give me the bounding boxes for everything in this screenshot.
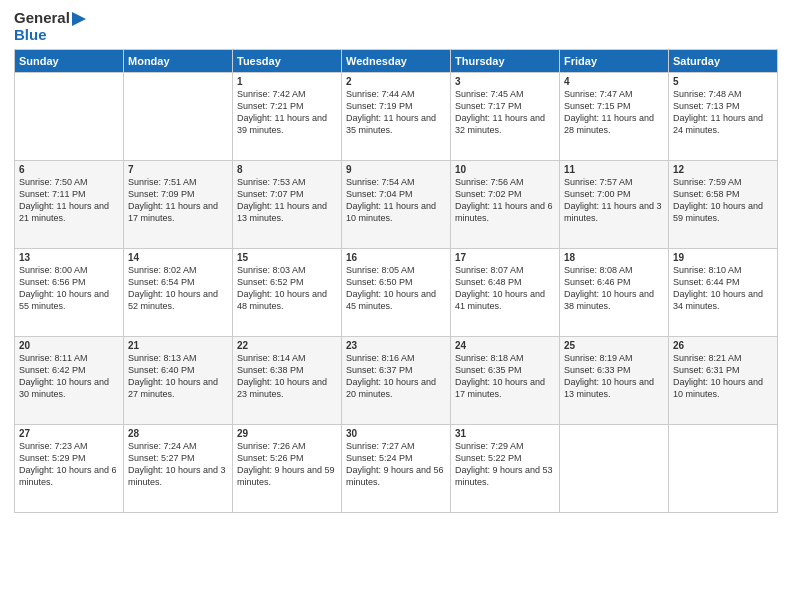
day-content: Sunrise: 7:44 AM Sunset: 7:19 PM Dayligh… [346, 88, 446, 137]
calendar-cell: 17Sunrise: 8:07 AM Sunset: 6:48 PM Dayli… [451, 249, 560, 337]
day-number: 21 [128, 340, 228, 351]
calendar-cell [15, 73, 124, 161]
day-number: 6 [19, 164, 119, 175]
day-number: 17 [455, 252, 555, 263]
calendar-cell: 13Sunrise: 8:00 AM Sunset: 6:56 PM Dayli… [15, 249, 124, 337]
day-content: Sunrise: 8:11 AM Sunset: 6:42 PM Dayligh… [19, 352, 119, 401]
day-content: Sunrise: 7:57 AM Sunset: 7:00 PM Dayligh… [564, 176, 664, 225]
calendar-week-2: 6Sunrise: 7:50 AM Sunset: 7:11 PM Daylig… [15, 161, 778, 249]
day-content: Sunrise: 7:26 AM Sunset: 5:26 PM Dayligh… [237, 440, 337, 489]
day-content: Sunrise: 8:10 AM Sunset: 6:44 PM Dayligh… [673, 264, 773, 313]
day-number: 5 [673, 76, 773, 87]
calendar-cell: 6Sunrise: 7:50 AM Sunset: 7:11 PM Daylig… [15, 161, 124, 249]
day-number: 12 [673, 164, 773, 175]
calendar-week-4: 20Sunrise: 8:11 AM Sunset: 6:42 PM Dayli… [15, 337, 778, 425]
calendar-cell: 7Sunrise: 7:51 AM Sunset: 7:09 PM Daylig… [124, 161, 233, 249]
day-number: 9 [346, 164, 446, 175]
day-content: Sunrise: 7:27 AM Sunset: 5:24 PM Dayligh… [346, 440, 446, 489]
svg-marker-0 [72, 12, 86, 26]
calendar-cell: 14Sunrise: 8:02 AM Sunset: 6:54 PM Dayli… [124, 249, 233, 337]
day-content: Sunrise: 8:13 AM Sunset: 6:40 PM Dayligh… [128, 352, 228, 401]
day-number: 31 [455, 428, 555, 439]
day-number: 1 [237, 76, 337, 87]
day-content: Sunrise: 8:07 AM Sunset: 6:48 PM Dayligh… [455, 264, 555, 313]
day-header-monday: Monday [124, 50, 233, 73]
day-number: 26 [673, 340, 773, 351]
day-content: Sunrise: 8:16 AM Sunset: 6:37 PM Dayligh… [346, 352, 446, 401]
calendar-cell: 5Sunrise: 7:48 AM Sunset: 7:13 PM Daylig… [669, 73, 778, 161]
calendar-cell: 21Sunrise: 8:13 AM Sunset: 6:40 PM Dayli… [124, 337, 233, 425]
day-content: Sunrise: 8:18 AM Sunset: 6:35 PM Dayligh… [455, 352, 555, 401]
calendar-cell: 25Sunrise: 8:19 AM Sunset: 6:33 PM Dayli… [560, 337, 669, 425]
day-content: Sunrise: 8:03 AM Sunset: 6:52 PM Dayligh… [237, 264, 337, 313]
calendar-cell: 30Sunrise: 7:27 AM Sunset: 5:24 PM Dayli… [342, 425, 451, 513]
day-content: Sunrise: 7:51 AM Sunset: 7:09 PM Dayligh… [128, 176, 228, 225]
logo-blue: Blue [14, 27, 86, 44]
day-content: Sunrise: 7:56 AM Sunset: 7:02 PM Dayligh… [455, 176, 555, 225]
calendar-table: SundayMondayTuesdayWednesdayThursdayFrid… [14, 49, 778, 513]
day-content: Sunrise: 7:47 AM Sunset: 7:15 PM Dayligh… [564, 88, 664, 137]
day-number: 29 [237, 428, 337, 439]
day-content: Sunrise: 7:42 AM Sunset: 7:21 PM Dayligh… [237, 88, 337, 137]
calendar-cell: 20Sunrise: 8:11 AM Sunset: 6:42 PM Dayli… [15, 337, 124, 425]
calendar-cell: 11Sunrise: 7:57 AM Sunset: 7:00 PM Dayli… [560, 161, 669, 249]
day-content: Sunrise: 7:45 AM Sunset: 7:17 PM Dayligh… [455, 88, 555, 137]
calendar-cell: 23Sunrise: 8:16 AM Sunset: 6:37 PM Dayli… [342, 337, 451, 425]
calendar-cell: 16Sunrise: 8:05 AM Sunset: 6:50 PM Dayli… [342, 249, 451, 337]
logo-svg: General Blue [14, 10, 86, 43]
calendar-cell [669, 425, 778, 513]
calendar-cell: 18Sunrise: 8:08 AM Sunset: 6:46 PM Dayli… [560, 249, 669, 337]
day-header-saturday: Saturday [669, 50, 778, 73]
calendar-cell: 26Sunrise: 8:21 AM Sunset: 6:31 PM Dayli… [669, 337, 778, 425]
day-content: Sunrise: 7:48 AM Sunset: 7:13 PM Dayligh… [673, 88, 773, 137]
day-number: 15 [237, 252, 337, 263]
day-number: 28 [128, 428, 228, 439]
day-number: 2 [346, 76, 446, 87]
day-content: Sunrise: 8:00 AM Sunset: 6:56 PM Dayligh… [19, 264, 119, 313]
day-content: Sunrise: 8:19 AM Sunset: 6:33 PM Dayligh… [564, 352, 664, 401]
day-number: 8 [237, 164, 337, 175]
day-content: Sunrise: 8:02 AM Sunset: 6:54 PM Dayligh… [128, 264, 228, 313]
calendar-cell: 24Sunrise: 8:18 AM Sunset: 6:35 PM Dayli… [451, 337, 560, 425]
day-number: 16 [346, 252, 446, 263]
calendar-cell: 3Sunrise: 7:45 AM Sunset: 7:17 PM Daylig… [451, 73, 560, 161]
day-content: Sunrise: 8:21 AM Sunset: 6:31 PM Dayligh… [673, 352, 773, 401]
calendar-cell: 27Sunrise: 7:23 AM Sunset: 5:29 PM Dayli… [15, 425, 124, 513]
calendar-cell: 2Sunrise: 7:44 AM Sunset: 7:19 PM Daylig… [342, 73, 451, 161]
page-header: General Blue [14, 10, 778, 43]
calendar-cell: 15Sunrise: 8:03 AM Sunset: 6:52 PM Dayli… [233, 249, 342, 337]
day-content: Sunrise: 8:14 AM Sunset: 6:38 PM Dayligh… [237, 352, 337, 401]
calendar-week-1: 1Sunrise: 7:42 AM Sunset: 7:21 PM Daylig… [15, 73, 778, 161]
calendar-cell: 1Sunrise: 7:42 AM Sunset: 7:21 PM Daylig… [233, 73, 342, 161]
calendar-cell: 29Sunrise: 7:26 AM Sunset: 5:26 PM Dayli… [233, 425, 342, 513]
calendar-cell: 19Sunrise: 8:10 AM Sunset: 6:44 PM Dayli… [669, 249, 778, 337]
logo-general: General [14, 10, 86, 27]
day-number: 22 [237, 340, 337, 351]
day-number: 14 [128, 252, 228, 263]
day-number: 23 [346, 340, 446, 351]
day-number: 20 [19, 340, 119, 351]
day-number: 10 [455, 164, 555, 175]
calendar-cell: 31Sunrise: 7:29 AM Sunset: 5:22 PM Dayli… [451, 425, 560, 513]
logo: General Blue [14, 10, 86, 43]
calendar-cell: 28Sunrise: 7:24 AM Sunset: 5:27 PM Dayli… [124, 425, 233, 513]
calendar-cell: 8Sunrise: 7:53 AM Sunset: 7:07 PM Daylig… [233, 161, 342, 249]
day-number: 30 [346, 428, 446, 439]
calendar-header-row: SundayMondayTuesdayWednesdayThursdayFrid… [15, 50, 778, 73]
day-number: 3 [455, 76, 555, 87]
calendar-cell: 10Sunrise: 7:56 AM Sunset: 7:02 PM Dayli… [451, 161, 560, 249]
day-header-friday: Friday [560, 50, 669, 73]
day-content: Sunrise: 8:08 AM Sunset: 6:46 PM Dayligh… [564, 264, 664, 313]
day-content: Sunrise: 7:23 AM Sunset: 5:29 PM Dayligh… [19, 440, 119, 489]
day-content: Sunrise: 8:05 AM Sunset: 6:50 PM Dayligh… [346, 264, 446, 313]
calendar-cell: 4Sunrise: 7:47 AM Sunset: 7:15 PM Daylig… [560, 73, 669, 161]
day-number: 19 [673, 252, 773, 263]
page-container: General Blue SundayMondayTuesdayWednesda… [0, 0, 792, 523]
day-number: 7 [128, 164, 228, 175]
day-content: Sunrise: 7:53 AM Sunset: 7:07 PM Dayligh… [237, 176, 337, 225]
day-number: 25 [564, 340, 664, 351]
day-content: Sunrise: 7:50 AM Sunset: 7:11 PM Dayligh… [19, 176, 119, 225]
calendar-week-3: 13Sunrise: 8:00 AM Sunset: 6:56 PM Dayli… [15, 249, 778, 337]
day-content: Sunrise: 7:59 AM Sunset: 6:58 PM Dayligh… [673, 176, 773, 225]
calendar-body: 1Sunrise: 7:42 AM Sunset: 7:21 PM Daylig… [15, 73, 778, 513]
